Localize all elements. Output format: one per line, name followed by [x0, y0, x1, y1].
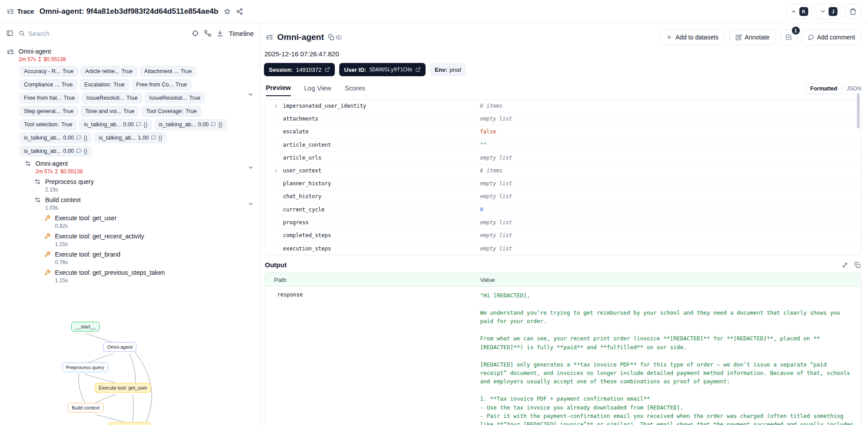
observation-detail: Omni-agent ID Add to datasets Annotate 1 [260, 23, 868, 425]
score-name: Article retrie... [85, 68, 119, 74]
score-name: is_talking_ab... [159, 121, 196, 128]
tree-tool-item[interactable]: Execute tool: get_user0.82s [0, 213, 260, 231]
score-chip[interactable]: IssueResoluti...True [145, 93, 205, 103]
copy-id-button[interactable]: ID [328, 34, 342, 41]
download-icon[interactable] [217, 30, 224, 37]
graph-node[interactable]: Preprocess query [62, 363, 108, 372]
agent-name: Omni-agent [35, 160, 83, 167]
input-table: impersonated_user_identity6 itemsattachm… [264, 99, 861, 255]
comment-bubble-icon [76, 148, 81, 154]
comment-bubble-icon [151, 135, 156, 140]
tab-log-view[interactable]: Log View [304, 84, 331, 96]
list-tree-icon [7, 8, 14, 15]
chevron-down-icon[interactable] [248, 201, 254, 207]
input-table-row[interactable]: impersonated_user_identity6 items [264, 100, 861, 113]
chevron-down-icon [820, 8, 826, 15]
tree-span-item[interactable]: Build context1.03s [0, 195, 260, 213]
field-key: current_cycle [264, 207, 480, 213]
score-metadata: {} [84, 148, 87, 154]
score-name: is_talking_ab... [84, 121, 120, 128]
score-chip[interactable]: is_talking_ab...0.00{} [19, 133, 92, 143]
tree-agent-item[interactable]: Omni-agent 2m 57s Σ $0.55138 [0, 158, 260, 176]
search-box[interactable] [19, 30, 186, 37]
prev-trace-button[interactable]: K [787, 4, 812, 19]
score-chip[interactable]: is_talking_ab...0.00{} [79, 119, 151, 130]
tree-span-item[interactable]: Preprocess query2.15s [0, 176, 260, 195]
score-chip[interactable]: is_talking_ab...0.00{} [155, 119, 227, 130]
user-id-badge[interactable]: User ID: SDAHUSLy9f1CHo [339, 63, 426, 76]
tree-tool-item[interactable]: Execute tool: get_recent_activity1.15s [0, 231, 260, 249]
graph-node[interactable]: Execute tool: get_user [95, 383, 151, 393]
score-chip[interactable]: Free from hal...True [19, 93, 79, 103]
field-key: attachments [264, 116, 480, 122]
search-input[interactable] [28, 30, 186, 37]
sigma-icon: Σ [38, 56, 41, 62]
copy-icon [328, 34, 334, 40]
field-key: execution_steps [264, 246, 480, 252]
score-chip[interactable]: is_talking_ab...0.00{} [19, 146, 92, 156]
session-label: Session: [269, 66, 293, 73]
delete-trace-button[interactable] [845, 4, 861, 19]
collapse-sidebar-icon[interactable] [6, 30, 13, 37]
tree-tool-item[interactable]: Execute tool: get_previous_steps_taken1.… [0, 267, 260, 283]
view-options-icon[interactable] [204, 30, 211, 37]
copy-output-icon[interactable] [854, 262, 860, 268]
score-chip[interactable]: Article retrie...True [81, 66, 137, 77]
trace-tree: Omni-agent 2m 57s Σ $0.55138 Accuracy - … [0, 43, 260, 283]
score-chip[interactable]: Compliance ...True [19, 79, 77, 90]
graph-node[interactable]: Build context [68, 403, 104, 413]
annotation-queue-button[interactable]: 1 [780, 29, 797, 45]
add-to-datasets-button[interactable]: Add to datasets [660, 29, 725, 45]
span-name: Execute tool: get_user [55, 214, 116, 222]
score-chip[interactable]: Accuracy - R...True [19, 66, 78, 77]
score-chip[interactable]: Attachment ...True [140, 66, 196, 77]
score-chip[interactable]: Step generat...True [19, 106, 78, 117]
score-value: 0.00 [123, 121, 134, 128]
score-metadata: {} [143, 121, 147, 128]
observation-type-icon [266, 34, 273, 41]
bookmark-star-icon[interactable] [224, 8, 231, 15]
span-duration: 1.15s [55, 241, 144, 247]
collapse-agent-chevron[interactable] [248, 164, 254, 171]
input-table-row[interactable]: user_context6 items [264, 164, 861, 177]
add-comment-button[interactable]: Add comment [802, 29, 861, 45]
formatted-toggle[interactable]: Formatted [806, 83, 842, 94]
collapse-root-chevron[interactable] [248, 91, 254, 97]
share-icon[interactable] [236, 8, 243, 15]
expand-icon[interactable] [842, 262, 848, 268]
score-chip[interactable]: Free from Co...True [132, 79, 191, 90]
score-chip[interactable]: is_talking_ab...1.00{} [94, 133, 167, 143]
span-duration: 2.15s [45, 187, 94, 193]
graph-node[interactable] [108, 422, 151, 425]
focus-current-icon[interactable] [192, 30, 199, 37]
json-toggle[interactable]: JSON [847, 86, 861, 92]
graph-node[interactable]: __start__ [71, 322, 100, 331]
score-chip[interactable]: Tone and voi...True [81, 106, 139, 117]
agent-cost: $0.55138 [61, 168, 83, 175]
next-trace-button[interactable]: J [816, 4, 841, 19]
agent-duration: 2m 57s [35, 168, 53, 175]
annotate-button[interactable]: Annotate [729, 29, 776, 45]
span-name: Preprocess query [45, 178, 94, 185]
score-name: Compliance ... [24, 82, 59, 88]
span-name: Execute tool: get_previous_steps_taken [55, 269, 165, 276]
scrollbar-thumb[interactable] [857, 93, 860, 129]
score-chip[interactable]: IssueResoluti...True [82, 93, 142, 103]
timeline-toggle[interactable]: Timeline [229, 30, 254, 37]
env-badge: Env: prod [430, 63, 466, 76]
tab-scores[interactable]: Scores [345, 84, 365, 96]
score-chip[interactable]: Tool selection:True [19, 119, 77, 130]
graph-node[interactable]: Omni-agent [103, 342, 136, 352]
tab-preview[interactable]: Preview [266, 84, 291, 96]
session-badge[interactable]: Session: 14910372 [264, 63, 335, 76]
field-key: escalate [264, 129, 480, 135]
comment-bubble-icon [136, 122, 141, 127]
tree-root-item[interactable]: Omni-agent 2m 57s Σ $0.55138 [0, 46, 260, 64]
tree-tool-item[interactable]: Execute tool: get_brand0.76s [0, 249, 260, 267]
input-table-row: chat_historyempty list [264, 190, 861, 203]
score-chip[interactable]: Tool Coverage:True [142, 106, 201, 117]
chevron-right-icon[interactable] [273, 168, 279, 173]
score-value: True [113, 82, 124, 88]
chevron-right-icon[interactable] [273, 103, 279, 109]
score-chip[interactable]: Escalation:True [80, 79, 129, 90]
